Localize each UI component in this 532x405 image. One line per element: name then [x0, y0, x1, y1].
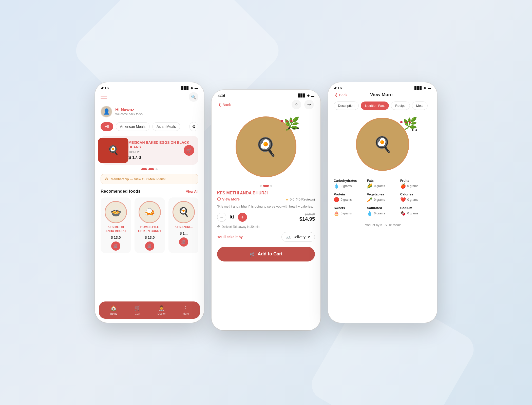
nav-home[interactable]: 🏠 Home: [110, 305, 117, 315]
qty-increase-button[interactable]: +: [238, 213, 247, 222]
mid-back-button[interactable]: ❮ Back: [218, 102, 231, 107]
view-more-row: ⓘ View More ★ 5.0 (45 Reviews): [217, 197, 315, 201]
mid-back-label: Back: [222, 103, 231, 107]
right-back-button[interactable]: ❮ Back: [335, 93, 347, 97]
vegetables-value: 0 grams: [374, 198, 385, 201]
view-all-link[interactable]: View All: [186, 190, 198, 193]
saturated-icon: 💧: [367, 211, 372, 216]
reviews-count: (45 Reviews): [296, 197, 315, 201]
protein-value: 0 grams: [341, 198, 352, 201]
item-description: "Kfs methi anda bhurji" is going to serv…: [217, 204, 315, 209]
sodium-label: Sodium: [400, 206, 431, 210]
share-button[interactable]: ↪: [304, 100, 314, 109]
greeting-hi: Hi Nawaz: [115, 107, 144, 112]
food-price-1: $ 13.0: [111, 235, 121, 239]
membership-text: Membership — View Our Meal Plans!: [111, 177, 166, 181]
item-name: KFS METHI ANDA BHURJI: [217, 191, 315, 195]
nav-cart[interactable]: 🛒 Cart: [134, 305, 141, 315]
more-icon: ⋮: [183, 305, 188, 311]
food-cart-button-2[interactable]: 🛒: [145, 241, 154, 251]
nutrition-fruits: Fruits 🍎 0 grams: [400, 179, 431, 189]
avatar: 👤: [101, 106, 112, 117]
nav-home-label: Home: [110, 312, 117, 315]
food-card-2: 🍛 HOMESTYLE CHIKEN CURRY $ 13.0 🛒: [135, 197, 165, 253]
search-button[interactable]: 🔍: [189, 92, 198, 102]
nutrition-fats: Fats 🌽 0 grams: [367, 179, 398, 189]
signal-icon-right: ▊▊▊: [414, 86, 422, 90]
nutrition-carbohydrates: Carbohydrates 💧 0 grams: [334, 179, 365, 189]
cart-icon: 🛒: [134, 305, 141, 311]
time-left: 4:16: [101, 86, 109, 90]
filter-pills: All American Meals Asian Meals ⚙: [101, 122, 198, 131]
qty-price-row: − 01 + $ 16.99 $14.95: [217, 213, 315, 222]
rating: ★ 5.0 (45 Reviews): [286, 197, 315, 201]
wifi-icon-mid: ◈: [307, 94, 310, 97]
clock-icon: ⏱: [217, 225, 220, 229]
banner-card: 🍳 MEXICAN BAKED EGGS ON BLACK BEANS 10% …: [101, 136, 198, 165]
banner-cart-button[interactable]: 🛒: [184, 145, 194, 156]
tab-description[interactable]: Description: [334, 102, 359, 110]
phone-right: 4:16 ▊▊▊ ◈ ▬ ❮ Back View More Descriptio…: [328, 82, 437, 323]
battery-icon-mid: ▬: [311, 94, 314, 97]
hamburger-menu[interactable]: [101, 96, 107, 98]
nav-more[interactable]: ⋮ More: [183, 305, 189, 315]
nutrition-sodium: Sodium 🍫 0 grams: [400, 206, 431, 216]
home-icon: 🏠: [110, 305, 117, 311]
food-name-3: KFS ANDA...: [175, 225, 193, 229]
right-back-label: Back: [339, 93, 347, 97]
slide-dot-3[interactable]: [156, 168, 158, 170]
qty-decrease-button[interactable]: −: [217, 213, 226, 222]
filter-all[interactable]: All: [101, 122, 113, 131]
delivery-selector[interactable]: 🚲 Delivery ∨: [281, 232, 315, 242]
doctor-icon: 👨‍⚕️: [158, 305, 165, 311]
sweets-icon: 🎂: [334, 211, 339, 216]
right-header: ❮ Back View More: [334, 92, 431, 97]
rating-value: 5.0: [290, 197, 294, 201]
phone-left: 4:16 ▊▊▊ ◈ ▬ 🔍 👤 Hi Nawaz Welcome back t…: [95, 82, 204, 323]
action-buttons: ♡ ↪: [292, 100, 314, 109]
membership-bar[interactable]: ⏱ Membership — View Our Meal Plans!: [101, 174, 198, 184]
food-cart-button-3[interactable]: 🛒: [179, 237, 188, 247]
nutrition-saturated: Saturated 💧 0 grams: [367, 206, 398, 216]
wifi-icon-left: ◈: [191, 86, 193, 90]
tab-recipe[interactable]: Recipe: [391, 102, 410, 110]
delivery-bike-icon: 🚲: [286, 235, 291, 239]
filter-icon[interactable]: ⚙: [189, 122, 198, 131]
slide-dot-2[interactable]: [148, 168, 154, 170]
nutrition-vegetables: Vegetables 🥕 0 grams: [367, 192, 398, 202]
vegetables-icon: 🥕: [367, 197, 372, 202]
old-price: $ 16.99: [299, 213, 315, 216]
tab-bar: Description Nutrition Fact Recipe Meal: [334, 102, 431, 110]
fruits-icon: 🍎: [400, 183, 406, 189]
mid-dot-3[interactable]: [270, 185, 272, 187]
add-to-cart-button[interactable]: 🛒 Add to Cart: [217, 247, 315, 261]
filter-american-meals[interactable]: American Meals: [116, 122, 150, 131]
protein-icon: 🔴: [334, 197, 339, 202]
delivery-selector-row: You'll take it by 🚲 Delivery ∨: [217, 232, 315, 242]
top-bar: 🔍: [101, 92, 198, 102]
mid-dot-1[interactable]: [260, 185, 262, 187]
food-image-2: 🍛: [139, 201, 161, 223]
food-cart-button-1[interactable]: 🛒: [111, 241, 120, 251]
filter-asian-meals[interactable]: Asian Meals: [152, 122, 180, 131]
mid-dot-2[interactable]: [263, 185, 269, 187]
slide-dot-1[interactable]: [141, 168, 147, 170]
nav-doctor[interactable]: 👨‍⚕️ Doctor: [158, 305, 166, 315]
favorite-button[interactable]: ♡: [292, 100, 301, 109]
carbs-label: Carbohydrates: [334, 179, 365, 183]
fruits-label: Fruits: [400, 179, 431, 183]
new-price: $14.95: [299, 216, 315, 222]
mid-back-bar: ❮ Back ♡ ↪: [217, 100, 315, 109]
tab-nutrition-fact[interactable]: Nutrition Fact: [361, 102, 389, 110]
calories-label: Calories: [400, 192, 431, 196]
calories-icon: ❤️: [400, 197, 406, 202]
food-name-1: KFS METHI ANDA BHURJI: [103, 225, 128, 233]
nutrition-protein: Protein 🔴 0 grams: [334, 192, 365, 202]
nav-cart-label: Cart: [135, 312, 140, 315]
tab-meal[interactable]: Meal: [412, 102, 428, 110]
banner-price: $ 17.0: [128, 155, 194, 160]
nutrition-sweets: Sweets 🎂 0 grams: [334, 206, 365, 216]
cart-btn-icon: 🛒: [250, 251, 255, 257]
user-greeting: 👤 Hi Nawaz Welcome back to you: [101, 106, 198, 117]
view-more-link[interactable]: ⓘ View More: [217, 197, 240, 201]
